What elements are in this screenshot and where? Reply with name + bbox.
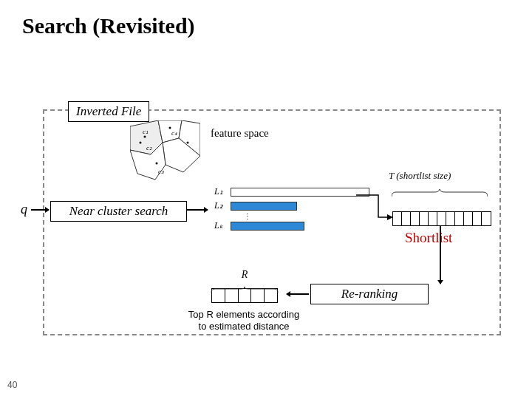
svg-text:c₁: c₁ [143, 128, 149, 135]
arrow-near-to-lists [187, 209, 208, 211]
slide-title: Search (Revisited) [22, 13, 195, 38]
list-label-l2: L₂ [214, 200, 231, 211]
label-feature-space: feature space [211, 127, 269, 140]
list-label-l1: L₁ [214, 186, 231, 197]
label-re-ranking: Re-ranking [310, 284, 429, 304]
svg-text:c₃: c₃ [158, 168, 164, 175]
posting-lists: L₁ L₂ ⋮ Lₖ [214, 186, 369, 234]
vdots-icon: ⋮ [244, 214, 251, 219]
list-bar-lk [231, 222, 304, 231]
svg-point-9 [156, 163, 158, 165]
list-row-l1: L₁ [214, 186, 369, 197]
svg-point-5 [144, 136, 146, 138]
query-variable: q [21, 202, 27, 217]
voronoi-diagram: c₁ c₂ c₄ c₃ [130, 120, 200, 185]
r-variable: R [204, 269, 285, 281]
label-near-cluster: Near cluster search [50, 201, 187, 222]
arrow-lists-to-shortlist [356, 192, 390, 219]
result-array [211, 288, 278, 303]
shortlist-size-label: T (shortlist size) [389, 170, 451, 182]
caption-top-r: Top R elements according to estimated di… [185, 309, 303, 333]
list-row-lk: Lₖ [214, 220, 369, 231]
svg-point-6 [140, 142, 142, 144]
svg-text:c₄: c₄ [171, 129, 177, 137]
arrow-query-in [31, 209, 49, 211]
list-bar-l2 [231, 202, 297, 211]
list-row-l2: L₂ [214, 200, 369, 211]
result-block: R [204, 269, 285, 303]
label-shortlist: Shortlist [405, 230, 452, 246]
svg-text:c₂: c₂ [146, 144, 152, 151]
r-brace-icon [204, 282, 285, 288]
label-inverted-file: Inverted File [68, 101, 149, 122]
list-label-lk: Lₖ [214, 220, 231, 231]
svg-point-8 [187, 142, 189, 144]
shortlist-array [392, 211, 491, 226]
list-bar-l1 [231, 188, 369, 197]
arrow-shortlist-down [440, 226, 441, 284]
page-number: 40 [7, 380, 17, 390]
arrow-rerank-to-result [287, 293, 309, 295]
brace-icon [392, 186, 488, 194]
